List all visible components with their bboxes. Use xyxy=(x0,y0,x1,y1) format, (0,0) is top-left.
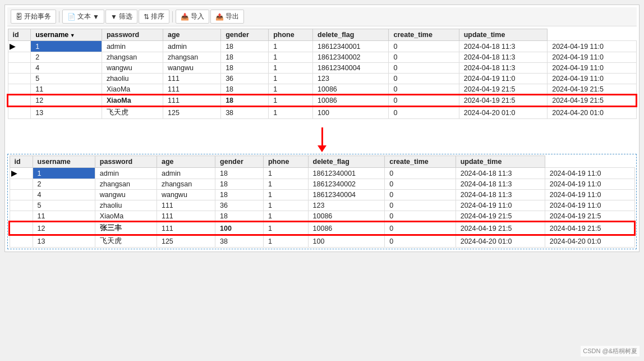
begin-transaction-button[interactable]: 🗄 开始事务 xyxy=(11,10,56,24)
col2-id[interactable]: id xyxy=(10,156,33,168)
cell-gender: 1 xyxy=(269,106,313,119)
col-delete-flag[interactable]: delete_flag xyxy=(313,29,389,41)
cell-password: wangwu xyxy=(163,63,221,74)
arrow-down-indicator xyxy=(318,127,326,152)
table-row[interactable]: 5zhaoliu11136112302024-04-19 11:02024-04… xyxy=(8,74,636,84)
row-indicator xyxy=(10,200,33,211)
arrow-head xyxy=(318,145,326,152)
filter-button[interactable]: ▼ 筛选 xyxy=(105,10,137,24)
table-row[interactable]: 2zhangsanzhangsan1811861234000202024-04-… xyxy=(10,179,634,190)
table-row[interactable]: 4wangwuwangwu1811861234000402024-04-18 1… xyxy=(8,63,636,74)
table-row[interactable]: 13飞天虎12538110002024-04-20 01:02024-04-20… xyxy=(8,106,636,119)
cell-update_time: 2024-04-19 11:0 xyxy=(548,63,636,74)
cell-id: 1 xyxy=(31,41,102,52)
filter-label: 筛选 xyxy=(119,12,132,21)
table-row[interactable]: 12XiaoMa1111811008602024-04-19 21:52024-… xyxy=(8,95,636,106)
col2-update-time[interactable]: update_time xyxy=(456,156,545,168)
cell-update_time: 2024-04-19 21:5 xyxy=(545,222,634,235)
cell-phone: 123 xyxy=(313,74,389,84)
cell-gender: 1 xyxy=(263,211,308,222)
cell-username: 飞天虎 xyxy=(102,106,163,119)
col-phone[interactable]: phone xyxy=(269,29,313,41)
cell-create_time: 2024-04-18 11:3 xyxy=(456,179,545,190)
table-row[interactable]: 13飞天虎12538110002024-04-20 01:02024-04-20… xyxy=(10,235,634,248)
cell-update_time: 2024-04-19 11:0 xyxy=(548,74,636,84)
col-update-time[interactable]: update_time xyxy=(459,29,547,41)
row-indicator xyxy=(10,211,33,222)
cell-delete_flag: 0 xyxy=(389,106,459,119)
import-button[interactable]: 📥 导入 xyxy=(176,10,209,24)
cell-gender: 1 xyxy=(263,179,308,190)
cell-phone: 10086 xyxy=(308,222,385,235)
col2-delete-flag[interactable]: delete_flag xyxy=(308,156,385,168)
row-indicator xyxy=(8,84,31,95)
export-button[interactable]: 📤 导出 xyxy=(210,10,244,24)
cell-update_time: 2024-04-19 11:0 xyxy=(545,200,634,211)
row-indicator xyxy=(10,222,33,235)
cell-id: 11 xyxy=(33,211,95,222)
col2-phone[interactable]: phone xyxy=(263,156,308,168)
cell-gender: 1 xyxy=(269,63,313,74)
table-row[interactable]: 2zhangsanzhangsan1811861234000202024-04-… xyxy=(8,52,636,63)
cell-gender: 1 xyxy=(269,41,313,52)
table-row[interactable]: ▶1adminadmin1811861234000102024-04-18 11… xyxy=(10,168,634,179)
cell-age: 18 xyxy=(221,41,269,52)
cell-password: admin xyxy=(157,168,215,179)
col-gender[interactable]: gender xyxy=(221,29,269,41)
col2-age[interactable]: age xyxy=(157,156,215,168)
table-row[interactable]: ▶1adminadmin1811861234000102024-04-18 11… xyxy=(8,41,636,52)
cell-gender: 1 xyxy=(269,74,313,84)
cell-update_time: 2024-04-19 11:0 xyxy=(545,179,634,190)
text-label: 文本 xyxy=(77,12,91,21)
cell-id: 2 xyxy=(31,52,102,63)
col-create-time[interactable]: create_time xyxy=(389,29,459,41)
cell-password: 111 xyxy=(163,74,221,84)
col2-create-time[interactable]: create_time xyxy=(385,156,456,168)
col-age[interactable]: age xyxy=(163,29,221,41)
cell-username: admin xyxy=(102,41,163,52)
cell-gender: 1 xyxy=(263,222,308,235)
col2-username[interactable]: username xyxy=(33,156,95,168)
cell-phone: 18612340004 xyxy=(313,63,389,74)
cell-gender: 1 xyxy=(263,235,308,248)
cell-gender: 1 xyxy=(263,168,308,179)
row-indicator xyxy=(10,190,33,200)
cell-update_time: 2024-04-19 11:0 xyxy=(548,41,636,52)
col2-password[interactable]: password xyxy=(95,156,157,168)
cell-id: 11 xyxy=(31,84,102,95)
cell-username: 飞天虎 xyxy=(95,235,157,248)
cell-password: wangwu xyxy=(157,190,215,200)
col2-gender[interactable]: gender xyxy=(215,156,264,168)
cell-delete_flag: 0 xyxy=(385,168,456,179)
row-indicator xyxy=(8,63,31,74)
table2: id username password age gender phone de… xyxy=(9,156,635,248)
cell-username: zhangsan xyxy=(95,179,157,190)
cell-password: 111 xyxy=(157,222,215,235)
table2-section: id username password age gender phone de… xyxy=(7,154,637,249)
table-row[interactable]: 5zhaoliu11136112302024-04-19 11:02024-04… xyxy=(10,200,634,211)
col-id[interactable]: id xyxy=(8,29,31,41)
cell-delete_flag: 0 xyxy=(385,222,456,235)
cell-id: 13 xyxy=(31,106,102,119)
col-username[interactable]: username xyxy=(31,29,102,41)
cell-age: 18 xyxy=(221,63,269,74)
cell-create_time: 2024-04-18 11:3 xyxy=(459,63,547,74)
table-row[interactable]: 11XiaoMa1111811008602024-04-19 21:52024-… xyxy=(10,211,634,222)
filter-icon: ▼ xyxy=(111,13,117,21)
table-row[interactable]: 4wangwuwangwu1811861234000402024-04-18 1… xyxy=(10,190,634,200)
cell-update_time: 2024-04-19 11:0 xyxy=(548,52,636,63)
cell-username: XiaoMa xyxy=(102,95,163,106)
sort-button[interactable]: ⇅ 排序 xyxy=(139,10,169,24)
cell-phone: 18612340001 xyxy=(308,168,385,179)
cell-phone: 10086 xyxy=(313,84,389,95)
cell-gender: 1 xyxy=(263,190,308,200)
table-row[interactable]: 11XiaoMa1111811008602024-04-19 21:52024-… xyxy=(8,84,636,95)
cell-password: admin xyxy=(163,41,221,52)
text-button[interactable]: 📄 文本 ▼ xyxy=(62,10,104,24)
cell-update_time: 2024-04-19 11:0 xyxy=(545,190,634,200)
cell-age: 18 xyxy=(221,84,269,95)
cell-password: 111 xyxy=(163,95,221,106)
table-row[interactable]: 12张三丰11110011008602024-04-19 21:52024-04… xyxy=(10,222,634,235)
cell-phone: 100 xyxy=(313,106,389,119)
col-password[interactable]: password xyxy=(102,29,163,41)
